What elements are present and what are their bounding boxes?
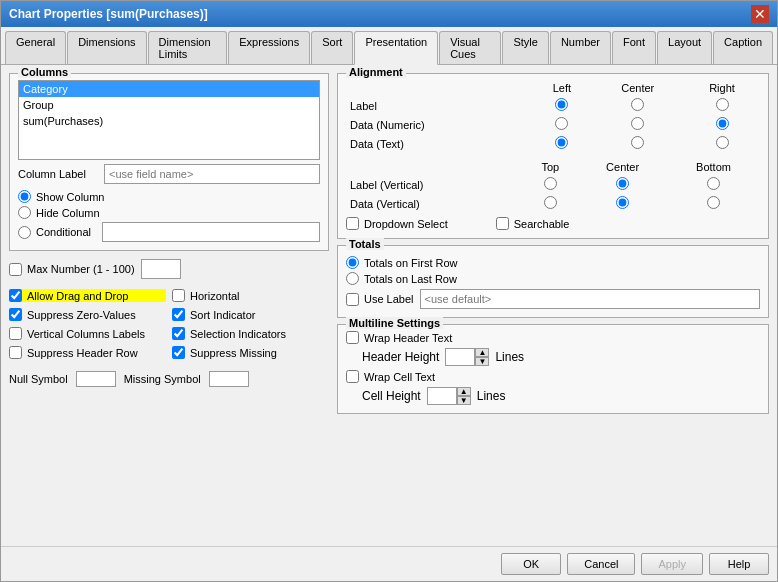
cell-height-input[interactable]: 2 bbox=[427, 387, 457, 405]
vert-label-top[interactable] bbox=[522, 175, 578, 194]
allow-drag-drop-checkbox[interactable]: Allow Drag and Drop bbox=[9, 289, 166, 302]
cell-height-up[interactable]: ▲ bbox=[457, 387, 471, 396]
missing-symbol-input[interactable]: - bbox=[209, 371, 249, 387]
vert-label-center[interactable] bbox=[578, 175, 667, 194]
align-data-text-right[interactable] bbox=[684, 134, 760, 153]
tab-style[interactable]: Style bbox=[502, 31, 548, 64]
suppress-header-checkbox[interactable]: Suppress Header Row bbox=[9, 346, 166, 359]
align-data-numeric-right[interactable] bbox=[684, 115, 760, 134]
tab-layout[interactable]: Layout bbox=[657, 31, 712, 64]
left-panel: Columns Category Group sum(Purchases) Co… bbox=[9, 73, 329, 538]
use-label-input[interactable] bbox=[420, 289, 760, 309]
dropdown-select-checkbox[interactable]: Dropdown Select bbox=[346, 217, 448, 230]
column-label-row: Column Label bbox=[18, 164, 320, 184]
vert-data-bottom[interactable] bbox=[667, 194, 760, 213]
content-area: Columns Category Group sum(Purchases) Co… bbox=[1, 65, 777, 546]
cell-height-spinner-buttons: ▲ ▼ bbox=[457, 387, 471, 405]
main-window: Chart Properties [sum(Purchases)] ✕ Gene… bbox=[0, 0, 778, 582]
title-bar: Chart Properties [sum(Purchases)] ✕ bbox=[1, 1, 777, 27]
cancel-button[interactable]: Cancel bbox=[567, 553, 635, 575]
vert-data-center[interactable] bbox=[578, 194, 667, 213]
align-label-center[interactable] bbox=[592, 96, 684, 115]
max-number-checkbox[interactable]: Max Number (1 - 100) bbox=[9, 263, 135, 276]
columns-listbox[interactable]: Category Group sum(Purchases) bbox=[18, 80, 320, 160]
tab-dimension-limits[interactable]: Dimension Limits bbox=[148, 31, 228, 64]
options-grid: Allow Drag and Drop Horizontal Suppress … bbox=[9, 289, 329, 359]
align-right-header: Right bbox=[684, 80, 760, 96]
tab-dimensions[interactable]: Dimensions bbox=[67, 31, 146, 64]
sort-indicator-checkbox[interactable]: Sort Indicator bbox=[172, 308, 329, 321]
null-symbol-input[interactable]: - bbox=[76, 371, 116, 387]
alignment-group: Alignment Left Center Right Label bbox=[337, 73, 769, 239]
close-button[interactable]: ✕ bbox=[751, 5, 769, 23]
conditional-input[interactable] bbox=[102, 222, 320, 242]
header-height-input[interactable]: 2 bbox=[445, 348, 475, 366]
align-label-right[interactable] bbox=[684, 96, 760, 115]
horizontal-checkbox[interactable]: Horizontal bbox=[172, 289, 329, 302]
tab-general[interactable]: General bbox=[5, 31, 66, 64]
suppress-zero-checkbox[interactable]: Suppress Zero-Values bbox=[9, 308, 166, 321]
alignment-table: Left Center Right Label D bbox=[346, 80, 760, 153]
cell-height-down[interactable]: ▼ bbox=[457, 396, 471, 405]
listbox-item-category[interactable]: Category bbox=[19, 81, 319, 97]
alignment-title: Alignment bbox=[346, 66, 406, 78]
column-label-input[interactable] bbox=[104, 164, 320, 184]
header-height-up[interactable]: ▲ bbox=[475, 348, 489, 357]
use-label-checkbox[interactable]: Use Label bbox=[346, 293, 414, 306]
align-data-text-left[interactable] bbox=[532, 134, 591, 153]
conditional-radio[interactable]: Conditional bbox=[18, 222, 320, 242]
totals-first-row-radio[interactable]: Totals on First Row bbox=[346, 256, 760, 269]
max-number-row: Max Number (1 - 100) 10 bbox=[9, 259, 329, 279]
vert-data-top[interactable] bbox=[522, 194, 578, 213]
button-bar: OK Cancel Apply Help bbox=[1, 546, 777, 581]
tab-number[interactable]: Number bbox=[550, 31, 611, 64]
tab-bar: General Dimensions Dimension Limits Expr… bbox=[1, 27, 777, 65]
align-data-numeric-center[interactable] bbox=[592, 115, 684, 134]
header-lines-label: Lines bbox=[495, 350, 524, 364]
dropdown-row: Dropdown Select Searchable bbox=[346, 217, 760, 230]
apply-button[interactable]: Apply bbox=[641, 553, 703, 575]
tab-font[interactable]: Font bbox=[612, 31, 656, 64]
totals-last-row-radio[interactable]: Totals on Last Row bbox=[346, 272, 760, 285]
wrap-header-checkbox[interactable]: Wrap Header Text bbox=[346, 331, 760, 344]
align-data-numeric-row: Data (Numeric) bbox=[346, 115, 760, 134]
tab-sort[interactable]: Sort bbox=[311, 31, 353, 64]
multiline-group: Multiline Settings Wrap Header Text Head… bbox=[337, 324, 769, 414]
searchable-checkbox[interactable]: Searchable bbox=[496, 217, 570, 230]
tab-expressions[interactable]: Expressions bbox=[228, 31, 310, 64]
window-title: Chart Properties [sum(Purchases)] bbox=[9, 7, 208, 21]
tab-visual-cues[interactable]: Visual Cues bbox=[439, 31, 501, 64]
tab-caption[interactable]: Caption bbox=[713, 31, 773, 64]
totals-radio-group: Totals on First Row Totals on Last Row bbox=[346, 256, 760, 285]
vert-label-bottom[interactable] bbox=[667, 175, 760, 194]
align-data-text-cell: Data (Text) bbox=[346, 134, 532, 153]
null-missing-row: Null Symbol - Missing Symbol - bbox=[9, 371, 329, 387]
tab-presentation[interactable]: Presentation bbox=[354, 31, 438, 65]
vert-empty-header bbox=[346, 159, 522, 175]
cell-height-label: Cell Height bbox=[362, 389, 421, 403]
header-height-down[interactable]: ▼ bbox=[475, 357, 489, 366]
align-left-header: Left bbox=[532, 80, 591, 96]
column-label-label: Column Label bbox=[18, 168, 98, 180]
wrap-cell-checkbox[interactable]: Wrap Cell Text bbox=[346, 370, 760, 383]
hide-column-radio[interactable]: Hide Column bbox=[18, 206, 320, 219]
align-data-numeric-cell: Data (Numeric) bbox=[346, 115, 532, 134]
vertical-alignment-table: Top Center Bottom Label (Vertical) bbox=[346, 159, 760, 213]
cell-lines-label: Lines bbox=[477, 389, 506, 403]
ok-button[interactable]: OK bbox=[501, 553, 561, 575]
max-number-input[interactable]: 10 bbox=[141, 259, 181, 279]
totals-group: Totals Totals on First Row Totals on Las… bbox=[337, 245, 769, 318]
align-label-left[interactable] bbox=[532, 96, 591, 115]
align-data-text-center[interactable] bbox=[592, 134, 684, 153]
vertical-col-labels-checkbox[interactable]: Vertical Columns Labels bbox=[9, 327, 166, 340]
suppress-missing-checkbox[interactable]: Suppress Missing bbox=[172, 346, 329, 359]
selection-indicators-checkbox[interactable]: Selection Indicators bbox=[172, 327, 329, 340]
listbox-item-group[interactable]: Group bbox=[19, 97, 319, 113]
align-data-numeric-left[interactable] bbox=[532, 115, 591, 134]
help-button[interactable]: Help bbox=[709, 553, 769, 575]
show-column-radio[interactable]: Show Column bbox=[18, 190, 320, 203]
align-label-cell: Label bbox=[346, 96, 532, 115]
vert-label-cell: Label (Vertical) bbox=[346, 175, 522, 194]
listbox-item-sum[interactable]: sum(Purchases) bbox=[19, 113, 319, 129]
header-height-spinner: 2 ▲ ▼ bbox=[445, 348, 489, 366]
